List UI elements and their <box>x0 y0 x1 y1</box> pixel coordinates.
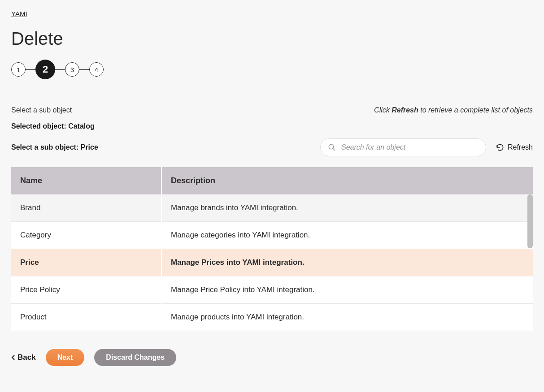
table-row[interactable]: PriceManage Prices into YAMI integration… <box>11 249 533 276</box>
hint-suffix: to retrieve a complete list of objects <box>418 106 533 114</box>
refresh-icon <box>496 143 504 151</box>
cell-description: Manage products into YAMI integration. <box>161 304 533 331</box>
step-1[interactable]: 1 <box>11 62 26 77</box>
step-connector <box>26 69 35 70</box>
subobject-value: Price <box>81 143 98 151</box>
subobject-label: Select a sub object: Price <box>11 143 98 151</box>
cell-name: Price <box>11 249 161 276</box>
table-wrapper: Name Description BrandManage brands into… <box>11 167 533 331</box>
table-row[interactable]: CategoryManage categories into YAMI inte… <box>11 222 533 249</box>
table-row[interactable]: Price PolicyManage Price Policy into YAM… <box>11 276 533 304</box>
object-table: Name Description <box>11 167 533 194</box>
next-button[interactable]: Next <box>46 349 85 366</box>
refresh-button[interactable]: Refresh <box>496 143 533 151</box>
svg-point-0 <box>329 144 334 149</box>
cell-name: Product <box>11 304 161 331</box>
search-box[interactable] <box>320 138 486 156</box>
subobject-label-text: Select a sub object: <box>11 143 81 151</box>
step-connector <box>79 69 89 70</box>
step-4[interactable]: 4 <box>89 62 104 77</box>
step-2[interactable]: 2 <box>35 60 55 79</box>
scrollbar[interactable] <box>527 194 533 248</box>
selected-object: Selected object: Catalog <box>11 122 533 130</box>
back-button[interactable]: Back <box>11 353 36 362</box>
svg-line-1 <box>333 148 335 151</box>
cell-name: Brand <box>11 194 161 222</box>
chevron-left-icon <box>11 354 16 361</box>
refresh-label: Refresh <box>508 143 533 151</box>
discard-button[interactable]: Discard Changes <box>94 349 176 366</box>
cell-name: Price Policy <box>11 276 161 304</box>
section-label: Select a sub object <box>11 106 72 114</box>
search-input[interactable] <box>341 143 479 151</box>
table-row[interactable]: BrandManage brands into YAMI integration… <box>11 194 533 222</box>
table-row[interactable]: ProductManage products into YAMI integra… <box>11 304 533 331</box>
cell-description: Manage brands into YAMI integration. <box>161 194 533 222</box>
cell-description: Manage categories into YAMI integration. <box>161 222 533 249</box>
cell-description: Manage Price Policy into YAMI integratio… <box>161 276 533 304</box>
hint-prefix: Click <box>374 106 392 114</box>
hint-bold: Refresh <box>392 106 418 114</box>
col-description[interactable]: Description <box>161 167 533 194</box>
search-icon <box>328 143 336 151</box>
object-table-body: BrandManage brands into YAMI integration… <box>11 194 533 331</box>
cell-name: Category <box>11 222 161 249</box>
step-3[interactable]: 3 <box>65 62 79 77</box>
page-title: Delete <box>11 29 533 49</box>
selected-object-value: Catalog <box>68 122 95 130</box>
back-label: Back <box>17 353 36 362</box>
selected-object-label: Selected object: <box>11 122 68 130</box>
stepper: 1234 <box>11 60 533 79</box>
cell-description: Manage Prices into YAMI integration. <box>161 249 533 276</box>
step-connector <box>55 69 65 70</box>
breadcrumb[interactable]: YAMI <box>11 10 27 17</box>
hint-text: Click Refresh to retrieve a complete lis… <box>374 106 533 114</box>
col-name[interactable]: Name <box>11 167 161 194</box>
